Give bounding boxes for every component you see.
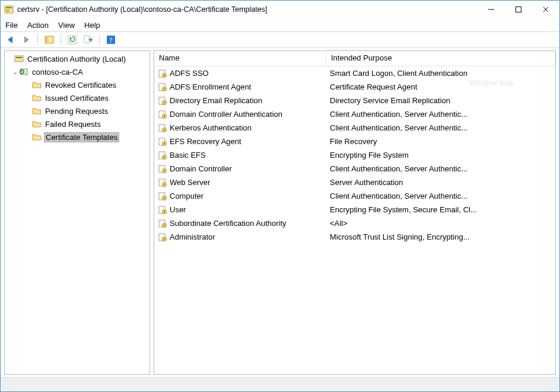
- tree-label: Certification Authority (Local): [26, 55, 127, 63]
- ca-root-icon: [14, 54, 24, 63]
- tree-node-revoked-certificates[interactable]: Revoked Certificates: [5, 78, 149, 91]
- svg-text:?: ?: [109, 36, 112, 44]
- toolbar-separator: [37, 34, 38, 45]
- svg-point-31: [164, 129, 165, 130]
- menu-action[interactable]: Action: [27, 21, 49, 30]
- menu-view[interactable]: View: [58, 21, 75, 30]
- certificate-template-icon: [158, 123, 167, 133]
- body: Certification Authority (Local) ⌄ contos…: [1, 48, 559, 377]
- list-row[interactable]: ComputerClient Authentication, Server Au…: [154, 189, 555, 203]
- tree-pane[interactable]: Certification Authority (Local) ⌄ contos…: [4, 50, 150, 375]
- tree-node-certificate-templates[interactable]: Certificate Templates: [5, 130, 149, 144]
- close-button[interactable]: [532, 1, 559, 18]
- template-name: Basic EFS: [170, 151, 206, 160]
- window: certsrv - [Certification Authority (Loca…: [0, 0, 560, 392]
- minimize-button[interactable]: [478, 1, 505, 18]
- certificate-template-icon: [158, 178, 167, 187]
- cell-intended-purpose: Encrypting File System: [326, 151, 555, 160]
- template-name: Computer: [170, 192, 203, 200]
- svg-point-40: [164, 170, 165, 171]
- list-row[interactable]: Kerberos AuthenticationClient Authentica…: [154, 121, 555, 135]
- template-name: Domain Controller: [170, 164, 232, 173]
- certificate-template-icon: [158, 110, 167, 119]
- list-row[interactable]: EFS Recovery AgentFile Recovery: [154, 135, 555, 148]
- menubar: File Action View Help: [1, 18, 559, 31]
- certificate-template-icon: [158, 232, 167, 242]
- svg-point-28: [164, 115, 165, 116]
- window-buttons: [478, 1, 559, 18]
- cell-intended-purpose: File Recovery: [326, 137, 555, 146]
- list-row[interactable]: ADFS Enrollment AgentCertificate Request…: [154, 80, 555, 94]
- svg-rect-13: [15, 56, 23, 62]
- certificate-template-icon: [158, 164, 167, 174]
- forward-button[interactable]: [20, 33, 33, 46]
- cell-name: ADFS SSO: [154, 69, 326, 78]
- svg-point-55: [164, 238, 165, 239]
- show-hide-tree-button[interactable]: [43, 33, 56, 46]
- back-button[interactable]: [4, 33, 17, 46]
- tree-node-contoso-ca[interactable]: ⌄ contoso-ca-CA: [5, 65, 149, 78]
- list-row[interactable]: Directory Email ReplicationDirectory Ser…: [154, 94, 555, 107]
- cell-name: Computer: [154, 192, 326, 201]
- cell-name: Subordinate Certification Authority: [154, 219, 326, 228]
- folder-icon: [32, 80, 42, 90]
- svg-point-25: [164, 101, 165, 103]
- list-row[interactable]: ADFS SSOSmart Card Logon, Client Authent…: [154, 66, 555, 80]
- svg-rect-2: [6, 9, 9, 12]
- column-header-intended-purpose[interactable]: Intended Purpose: [326, 51, 555, 66]
- help-button[interactable]: ?: [104, 33, 117, 46]
- svg-point-43: [164, 183, 165, 184]
- cell-intended-purpose: Client Authentication, Server Authentic.…: [326, 192, 555, 200]
- tree-label: Pending Requests: [44, 107, 109, 116]
- list-row[interactable]: Domain Controller AuthenticationClient A…: [154, 107, 555, 121]
- cell-intended-purpose: Client Authentication, Server Authentic.…: [326, 110, 555, 119]
- list-row[interactable]: Domain ControllerClient Authentication, …: [154, 162, 555, 176]
- cell-intended-purpose: Server Authentication: [326, 178, 555, 187]
- list-body[interactable]: ADFS SSOSmart Card Logon, Client Authent…: [154, 66, 555, 374]
- folder-icon: [32, 106, 42, 116]
- maximize-button[interactable]: [505, 1, 532, 18]
- tree-label: Certificate Templates: [44, 132, 119, 142]
- tree-root-certification-authority[interactable]: Certification Authority (Local): [5, 52, 149, 65]
- tree-label: contoso-ca-CA: [31, 68, 84, 77]
- template-name: Administrator: [170, 232, 215, 241]
- tree-node-failed-requests[interactable]: Failed Requests: [5, 117, 149, 130]
- certificate-template-icon: [158, 96, 167, 106]
- folder-icon: [32, 132, 42, 142]
- tree-node-issued-certificates[interactable]: Issued Certificates: [5, 91, 149, 104]
- list-row[interactable]: AdministratorMicrosoft Trust List Signin…: [154, 230, 555, 244]
- cell-name: Administrator: [154, 232, 326, 242]
- menu-help[interactable]: Help: [84, 21, 100, 30]
- list-row[interactable]: Subordinate Certification Authority<All>: [154, 216, 555, 230]
- svg-rect-14: [16, 57, 22, 58]
- statusbar: [1, 377, 559, 391]
- svg-rect-4: [516, 7, 521, 12]
- list-row[interactable]: Basic EFSEncrypting File System: [154, 148, 555, 162]
- refresh-button[interactable]: [66, 33, 79, 46]
- template-name: ADFS SSO: [170, 69, 209, 78]
- cell-intended-purpose: Smart Card Logon, Client Authentication: [326, 69, 555, 78]
- certificate-template-icon: [158, 219, 167, 228]
- template-name: Directory Email Replication: [170, 96, 262, 105]
- cell-name: Domain Controller Authentication: [154, 110, 326, 119]
- template-name: Subordinate Certification Authority: [170, 219, 287, 228]
- template-name: Domain Controller Authentication: [170, 110, 282, 119]
- tree-label: Issued Certificates: [44, 94, 110, 103]
- certificate-template-icon: [158, 69, 167, 78]
- list-row[interactable]: Web ServerServer Authentication: [154, 176, 555, 189]
- export-list-button[interactable]: [81, 33, 94, 46]
- titlebar: certsrv - [Certification Authority (Loca…: [1, 1, 559, 18]
- template-name: EFS Recovery Agent: [170, 137, 241, 146]
- cell-intended-purpose: <All>: [326, 219, 555, 228]
- template-name: User: [170, 205, 186, 214]
- cell-name: Kerberos Authentication: [154, 123, 326, 133]
- folder-icon: [32, 119, 42, 129]
- tree-toggle-icon[interactable]: ⌄: [11, 68, 19, 76]
- menu-file[interactable]: File: [5, 21, 18, 30]
- svg-point-37: [164, 156, 165, 157]
- cell-name: ADFS Enrollment Agent: [154, 82, 326, 92]
- toolbar-separator: [99, 34, 100, 45]
- column-header-name[interactable]: Name: [154, 51, 326, 66]
- tree-node-pending-requests[interactable]: Pending Requests: [5, 104, 149, 117]
- list-row[interactable]: UserEncrypting File System, Secure Email…: [154, 203, 555, 216]
